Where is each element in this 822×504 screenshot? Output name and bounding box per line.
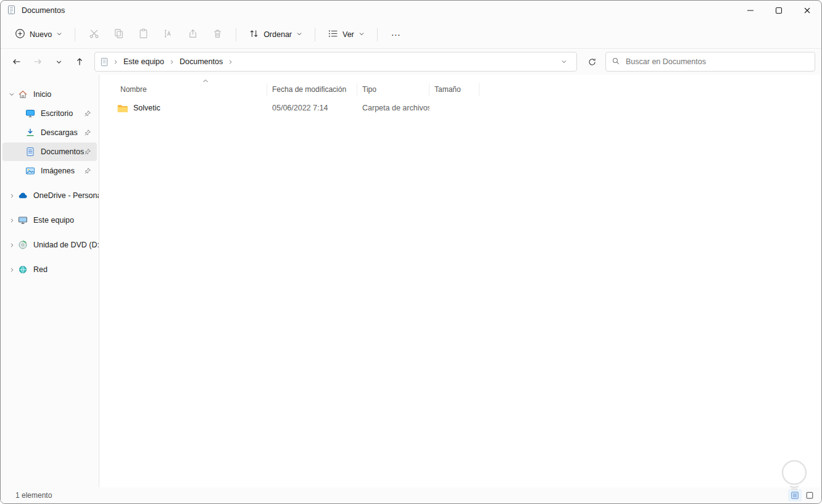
- refresh-button[interactable]: [582, 52, 602, 72]
- chevron-right-icon[interactable]: [6, 193, 17, 199]
- file-row-solvetic[interactable]: Solvetic 05/06/2022 7:14 Carpeta de arch…: [115, 98, 821, 118]
- sidebar-item-imagenes[interactable]: Imágenes: [2, 162, 97, 180]
- location-document-icon: [100, 57, 112, 67]
- downloads-icon: [25, 128, 35, 138]
- ellipsis-icon: …: [391, 30, 401, 39]
- home-icon: [17, 89, 28, 100]
- search-input[interactable]: [625, 57, 809, 67]
- dvd-disc-icon: [17, 240, 28, 250]
- pin-icon: [84, 110, 91, 117]
- rename-icon: [163, 28, 173, 41]
- back-button[interactable]: [7, 52, 27, 72]
- sidebar-item-label: Inicio: [33, 90, 51, 99]
- toolbar-divider: [315, 28, 315, 41]
- main-area: Inicio Escritorio Descargas: [1, 75, 821, 487]
- toolbar-divider: [377, 28, 378, 41]
- close-button[interactable]: [793, 1, 821, 20]
- maximize-button[interactable]: [765, 1, 793, 20]
- breadcrumb-este-equipo[interactable]: Este equipo: [120, 55, 168, 68]
- onedrive-cloud-icon: [17, 191, 28, 201]
- breadcrumb-chevron-icon: [226, 59, 235, 65]
- chevron-down-icon: [296, 30, 302, 39]
- sort-button[interactable]: Ordenar: [243, 24, 308, 45]
- status-bar: 1 elemento: [1, 487, 821, 503]
- pin-icon: [84, 129, 91, 136]
- breadcrumb-bar[interactable]: Este equipo Documentos: [94, 52, 577, 72]
- desktop-icon: [25, 109, 35, 119]
- sort-button-label: Ordenar: [264, 30, 292, 39]
- column-header-tamano[interactable]: Tamaño: [430, 83, 480, 96]
- column-header-tipo[interactable]: Tipo: [357, 83, 430, 96]
- new-button-label: Nuevo: [30, 30, 52, 39]
- sidebar-item-inicio[interactable]: Inicio: [2, 85, 97, 104]
- thumbnails-view-button[interactable]: [803, 489, 816, 502]
- sort-arrows-icon: [249, 28, 259, 41]
- chevron-right-icon[interactable]: [6, 218, 17, 223]
- share-icon: [188, 28, 198, 41]
- sidebar-item-label: Este equipo: [33, 216, 74, 225]
- sidebar-item-dvd[interactable]: Unidad de DVD (D:): [2, 236, 97, 254]
- app-document-icon: [7, 5, 17, 17]
- sidebar-item-documentos[interactable]: Documentos: [2, 143, 97, 161]
- recent-locations-button[interactable]: [49, 52, 68, 72]
- pin-icon: [84, 167, 91, 175]
- column-header-fecha[interactable]: Fecha de modificación: [267, 83, 357, 96]
- copy-icon: [114, 28, 124, 41]
- more-options-button[interactable]: …: [384, 24, 408, 45]
- sidebar-item-red[interactable]: Red: [2, 260, 97, 279]
- sidebar-item-onedrive[interactable]: OneDrive - Personal: [2, 186, 97, 205]
- scissors-icon: [89, 28, 99, 41]
- sidebar-item-label: OneDrive - Personal: [33, 191, 99, 200]
- pictures-icon: [25, 166, 35, 176]
- address-dropdown-button[interactable]: [557, 54, 571, 69]
- search-icon: [612, 57, 620, 67]
- file-list-header: Nombre Fecha de modificación Tipo Tamaño: [115, 81, 821, 98]
- view-button[interactable]: Ver: [322, 24, 370, 45]
- network-globe-icon: [17, 265, 28, 275]
- breadcrumb-documentos[interactable]: Documentos: [176, 55, 226, 68]
- details-view-button[interactable]: [788, 489, 802, 502]
- sidebar-item-label: Documentos: [41, 147, 84, 156]
- share-button[interactable]: [181, 24, 204, 45]
- column-header-nombre[interactable]: Nombre: [115, 83, 267, 96]
- sidebar-item-label: Red: [33, 265, 48, 274]
- chevron-down-icon: [56, 30, 62, 39]
- search-box: [605, 52, 815, 72]
- breadcrumb-chevron-icon: [112, 59, 120, 65]
- file-type: Carpeta de archivos: [357, 104, 430, 112]
- pin-icon: [84, 148, 91, 155]
- sidebar-item-label: Escritorio: [41, 109, 73, 118]
- file-modified: 05/06/2022 7:14: [267, 104, 357, 112]
- toolbar: Nuevo: [1, 20, 821, 49]
- chevron-down-icon[interactable]: [6, 91, 17, 97]
- computer-icon: [17, 215, 28, 226]
- chevron-down-icon: [359, 30, 365, 39]
- address-bar: Este equipo Documentos: [1, 49, 821, 75]
- up-button[interactable]: [70, 52, 89, 72]
- forward-button[interactable]: [28, 52, 48, 72]
- new-button[interactable]: Nuevo: [9, 24, 68, 45]
- delete-button[interactable]: [206, 24, 229, 45]
- file-list: Nombre Fecha de modificación Tipo Tamaño…: [99, 75, 821, 487]
- chevron-right-icon[interactable]: [6, 267, 17, 273]
- chevron-right-icon[interactable]: [6, 242, 17, 248]
- toolbar-divider: [75, 28, 75, 41]
- paste-button[interactable]: [131, 24, 155, 45]
- window-title: Documentos: [22, 6, 65, 15]
- sidebar-item-este-equipo[interactable]: Este equipo: [2, 211, 97, 229]
- file-explorer-window: Documentos Nuevo: [0, 0, 822, 504]
- sidebar-item-descargas[interactable]: Descargas: [2, 123, 97, 142]
- cut-button[interactable]: [82, 24, 106, 45]
- view-button-label: Ver: [342, 30, 354, 39]
- folder-icon: [117, 103, 128, 114]
- toolbar-divider: [236, 28, 236, 41]
- clipboard-icon: [138, 28, 149, 41]
- sidebar-item-label: Unidad de DVD (D:): [33, 241, 99, 249]
- item-count: 1 elemento: [15, 491, 52, 500]
- minimize-button[interactable]: [736, 1, 765, 20]
- title-bar: Documentos: [1, 1, 821, 20]
- copy-button[interactable]: [107, 24, 130, 45]
- sidebar-item-escritorio[interactable]: Escritorio: [2, 104, 97, 123]
- sidebar-item-label: Imágenes: [41, 167, 75, 175]
- rename-button[interactable]: [156, 24, 180, 45]
